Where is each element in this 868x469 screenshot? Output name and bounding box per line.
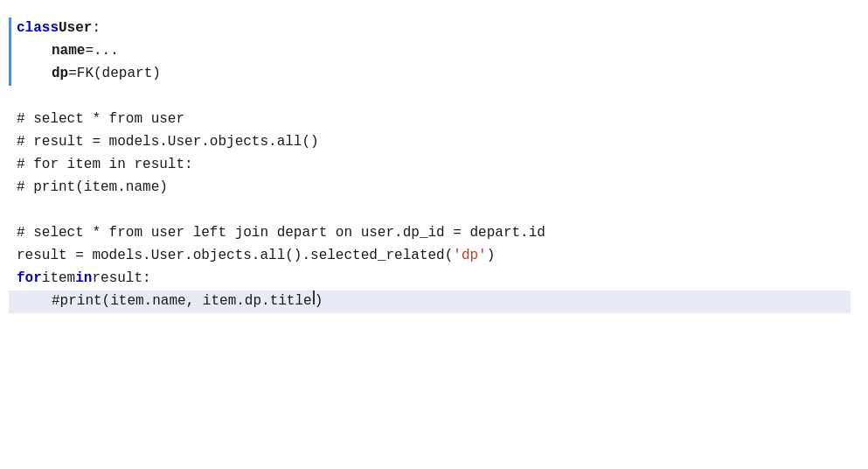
line-print-highlighted[interactable]: #print(item.name, item.dp.title )	[9, 290, 851, 313]
empty-line-4	[9, 336, 851, 359]
print-code: #print(item.name	[52, 290, 186, 313]
comment-text-4: # print(item.name)	[17, 177, 168, 200]
string-dp: 'dp'	[453, 245, 486, 268]
line-class-def: class User:	[9, 18, 851, 40]
line-comment-4: # print(item.name)	[9, 177, 851, 200]
result-code: result = models.User.objects.all().selec…	[17, 245, 453, 268]
line-comment-2: # result = models.User.objects.all()	[9, 131, 851, 154]
comment-text-3: # for item in result:	[17, 154, 193, 177]
line-result: result = models.User.objects.all().selec…	[9, 245, 851, 268]
for-iterable: result:	[92, 268, 150, 290]
keyword-for: for	[17, 268, 42, 290]
value-ellipsis: ...	[94, 40, 119, 63]
attr-dp: dp	[52, 63, 68, 86]
comment-text-2: # result = models.User.objects.all()	[17, 131, 319, 154]
line-dp-attr: dp = FK(depart)	[9, 63, 851, 86]
for-var: item	[42, 268, 75, 290]
line-name-attr: name = ...	[9, 40, 851, 63]
comment-text-5: # select * from user left join depart on…	[17, 222, 545, 245]
keyword-class: class	[17, 18, 59, 40]
attr-name: name	[52, 40, 85, 63]
empty-line-1	[9, 86, 851, 108]
empty-line-3	[9, 313, 851, 336]
code-editor[interactable]: class User: name = ... dp = FK(depart) #…	[0, 0, 868, 469]
line-comment-1: # select * from user	[9, 108, 851, 131]
comment-text-1: # select * from user	[17, 108, 184, 131]
class-name: User	[59, 18, 92, 40]
line-comment-3: # for item in result:	[9, 154, 851, 177]
empty-line-2	[9, 200, 851, 222]
line-comment-5: # select * from user left join depart on…	[9, 222, 851, 245]
code-block: class User: name = ... dp = FK(depart) #…	[9, 18, 851, 359]
line-for: for item in result:	[9, 268, 851, 290]
keyword-in: in	[75, 268, 92, 290]
fk-call: FK(depart)	[77, 63, 161, 86]
